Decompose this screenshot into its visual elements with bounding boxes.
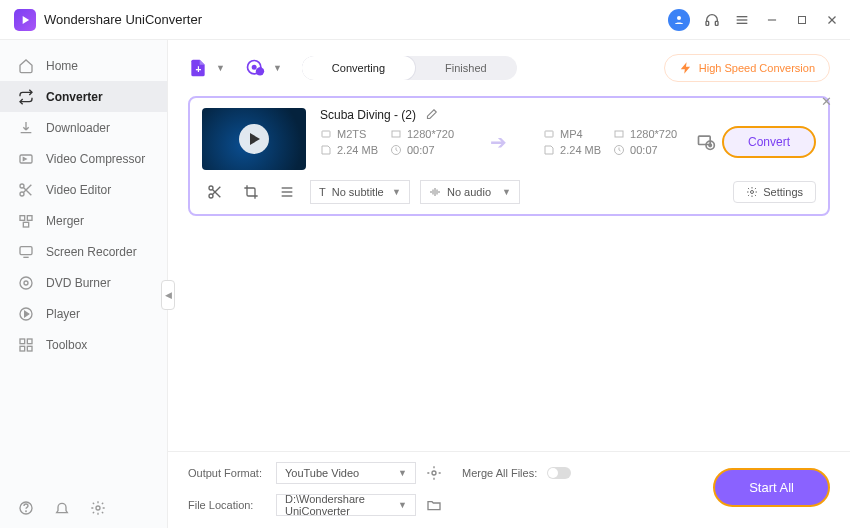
hamburger-icon[interactable] (734, 12, 750, 28)
sidebar-label: Merger (46, 214, 84, 228)
help-icon[interactable] (18, 500, 34, 516)
file-location-select[interactable]: D:\Wondershare UniConverter▼ (276, 494, 416, 516)
scissors-icon (18, 182, 34, 198)
gear-icon (746, 186, 758, 198)
audio-icon (429, 186, 441, 198)
svg-rect-39 (615, 131, 623, 137)
crop-icon[interactable] (238, 181, 264, 203)
add-file-button[interactable]: + (188, 58, 208, 78)
sidebar-item-downloader[interactable]: Downloader (0, 112, 167, 143)
svg-text:+: + (258, 66, 263, 76)
maximize-button[interactable] (794, 12, 810, 28)
subtitle-icon: T (319, 186, 326, 198)
tab-segment: Converting Finished (302, 56, 517, 80)
sidebar-label: Video Editor (46, 183, 111, 197)
svg-point-0 (677, 16, 681, 20)
output-format-select[interactable]: YouTube Video▼ (276, 462, 416, 484)
merge-icon (18, 213, 34, 229)
svg-point-57 (432, 471, 436, 475)
home-icon (18, 58, 34, 74)
sidebar-item-merger[interactable]: Merger (0, 205, 167, 236)
sidebar-item-converter[interactable]: Converter (0, 81, 167, 112)
file-card: ✕ Scuba Diving - (2) M2TS 1280*72 (188, 96, 830, 216)
converter-icon (18, 89, 34, 105)
sidebar-item-dvd[interactable]: DVD Burner (0, 267, 167, 298)
account-icon[interactable] (668, 9, 690, 31)
app-title: Wondershare UniConverter (44, 12, 202, 27)
sidebar-item-toolbox[interactable]: Toolbox (0, 329, 167, 360)
sidebar-item-recorder[interactable]: Screen Recorder (0, 236, 167, 267)
merge-label: Merge All Files: (462, 467, 537, 479)
sidebar-label: Player (46, 307, 80, 321)
bolt-icon (679, 61, 693, 75)
tab-converting[interactable]: Converting (302, 56, 415, 80)
svg-rect-17 (23, 222, 28, 227)
headset-icon[interactable] (704, 12, 720, 28)
sidebar-item-editor[interactable]: Video Editor (0, 174, 167, 205)
high-speed-button[interactable]: High Speed Conversion (664, 54, 830, 82)
edit-name-icon[interactable] (424, 108, 438, 122)
bottom-bar: Output Format: YouTube Video▼ Merge All … (168, 451, 850, 528)
open-folder-icon[interactable] (426, 497, 442, 513)
sidebar-label: Screen Recorder (46, 245, 137, 259)
file-name: Scuba Diving - (2) (320, 108, 416, 122)
svg-point-11 (20, 184, 24, 188)
svg-rect-38 (545, 131, 553, 137)
main-panel: + ▼ + ▼ Converting Finished High Speed C… (168, 40, 850, 528)
svg-rect-25 (20, 346, 25, 351)
grid-icon (18, 337, 34, 353)
arrow-right-icon: ➔ (490, 130, 507, 154)
svg-point-21 (24, 281, 28, 285)
svg-point-44 (209, 186, 213, 190)
chevron-down-icon[interactable]: ▼ (216, 63, 225, 73)
svg-point-12 (20, 192, 24, 196)
sidebar-item-player[interactable]: Player (0, 298, 167, 329)
output-settings-icon[interactable] (426, 465, 442, 481)
file-settings-button[interactable]: Settings (733, 181, 816, 203)
sidebar-item-compressor[interactable]: Video Compressor (0, 143, 167, 174)
sidebar-label: Video Compressor (46, 152, 145, 166)
output-format-label: Output Format: (188, 467, 266, 479)
app-logo (14, 9, 36, 31)
svg-rect-18 (20, 246, 32, 254)
sidebar-label: Home (46, 59, 78, 73)
effects-icon[interactable] (274, 181, 300, 203)
close-button[interactable] (824, 12, 840, 28)
tab-finished[interactable]: Finished (415, 56, 517, 80)
svg-text:+: + (196, 64, 202, 75)
remove-file-button[interactable]: ✕ (821, 94, 832, 109)
merge-toggle[interactable] (547, 467, 571, 479)
start-all-button[interactable]: Start All (713, 468, 830, 507)
svg-rect-15 (20, 215, 25, 220)
titlebar: Wondershare UniConverter (0, 0, 850, 40)
subtitle-select[interactable]: T No subtitle ▼ (310, 180, 410, 204)
sidebar-label: Toolbox (46, 338, 87, 352)
svg-rect-2 (715, 21, 718, 25)
play-icon (239, 124, 269, 154)
svg-point-43 (709, 144, 712, 147)
trim-icon[interactable] (202, 181, 228, 203)
gear-icon[interactable] (90, 500, 106, 516)
sidebar-label: DVD Burner (46, 276, 111, 290)
minimize-button[interactable] (764, 12, 780, 28)
audio-select[interactable]: No audio ▼ (420, 180, 520, 204)
svg-point-28 (26, 511, 27, 512)
svg-rect-1 (706, 21, 709, 25)
svg-rect-41 (699, 136, 711, 144)
sidebar-item-home[interactable]: Home (0, 50, 167, 81)
svg-rect-23 (20, 339, 25, 344)
sidebar-label: Downloader (46, 121, 110, 135)
svg-rect-35 (322, 131, 330, 137)
video-thumbnail[interactable] (202, 108, 306, 170)
chevron-down-icon[interactable]: ▼ (273, 63, 282, 73)
bell-icon[interactable] (54, 500, 70, 516)
svg-rect-26 (27, 346, 32, 351)
svg-rect-7 (799, 16, 806, 23)
add-dvd-button[interactable]: + (245, 58, 265, 78)
output-settings-icon[interactable] (696, 132, 716, 152)
svg-point-56 (751, 191, 754, 194)
convert-button[interactable]: Convert (722, 126, 816, 158)
collapse-sidebar-button[interactable]: ◀ (161, 280, 175, 310)
svg-rect-36 (392, 131, 400, 137)
svg-point-32 (252, 66, 255, 69)
